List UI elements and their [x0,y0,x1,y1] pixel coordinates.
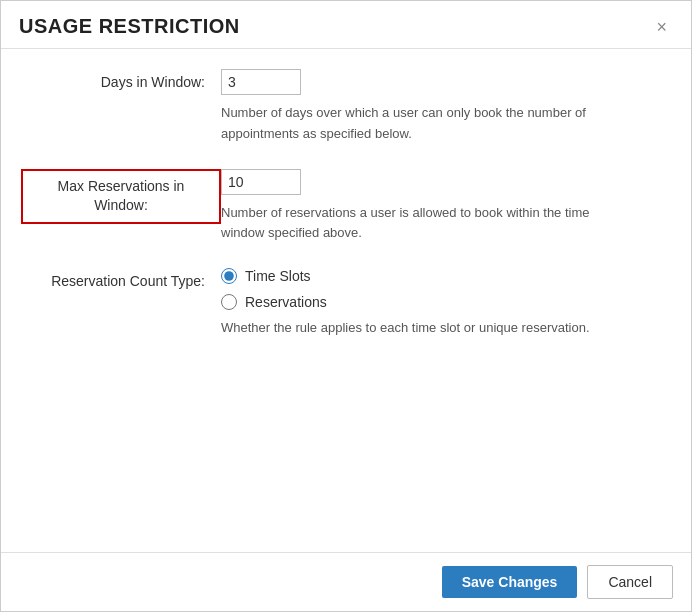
reservation-count-type-hint: Whether the rule applies to each time sl… [221,318,621,339]
dialog-title: USAGE RESTRICTION [19,15,240,38]
max-reservations-row: Max Reservations in Window: Number of re… [21,169,661,245]
close-button[interactable]: × [650,16,673,38]
radio-reservations-label: Reservations [245,294,327,310]
max-reservations-content: Number of reservations a user is allowed… [221,169,661,245]
days-in-window-hint: Number of days over which a user can onl… [221,103,621,145]
reservation-count-type-label: Reservation Count Type: [21,268,221,292]
days-in-window-input[interactable] [221,69,301,95]
usage-restriction-dialog: USAGE RESTRICTION × Days in Window: Numb… [0,0,692,612]
radio-time-slots-label: Time Slots [245,268,311,284]
cancel-button[interactable]: Cancel [587,565,673,599]
max-reservations-hint: Number of reservations a user is allowed… [221,203,621,245]
save-changes-button[interactable]: Save Changes [442,566,578,598]
dialog-body: Days in Window: Number of days over whic… [1,49,691,552]
radio-reservations[interactable] [221,294,237,310]
reservation-count-type-row: Reservation Count Type: Time Slots Reser… [21,268,661,339]
radio-time-slots[interactable] [221,268,237,284]
radio-group: Time Slots Reservations [221,268,661,310]
max-reservations-input[interactable] [221,169,301,195]
reservation-count-type-content: Time Slots Reservations Whether the rule… [221,268,661,339]
days-in-window-label: Days in Window: [21,69,221,93]
radio-option-time-slots[interactable]: Time Slots [221,268,661,284]
days-in-window-row: Days in Window: Number of days over whic… [21,69,661,145]
dialog-footer: Save Changes Cancel [1,552,691,611]
days-in-window-content: Number of days over which a user can onl… [221,69,661,145]
max-reservations-label: Max Reservations in Window: [21,169,221,224]
radio-option-reservations[interactable]: Reservations [221,294,661,310]
dialog-header: USAGE RESTRICTION × [1,1,691,49]
